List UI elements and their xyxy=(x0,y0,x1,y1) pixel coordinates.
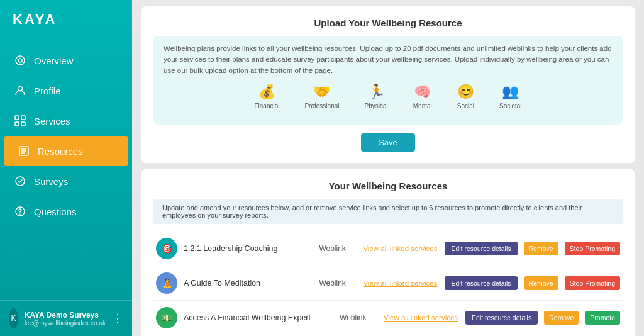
main-content: Upload Your Wellbeing Resource Wellbeing… xyxy=(132,0,644,336)
resource-icon-3: 💵 xyxy=(156,307,177,328)
resources-icon xyxy=(18,145,30,157)
svg-rect-3 xyxy=(15,116,19,120)
svg-rect-4 xyxy=(21,116,25,120)
category-mental[interactable]: 🧠 Mental xyxy=(413,84,432,109)
category-label-societal: Societal xyxy=(499,103,522,109)
save-btn-wrap: Save xyxy=(153,133,623,152)
resource-name-2: A Guide To Meditation xyxy=(184,279,313,288)
sidebar-item-label-surveys: Surveys xyxy=(34,176,68,187)
sidebar-item-label-resources: Resources xyxy=(38,146,83,157)
sidebar-item-label-questions: Questions xyxy=(34,206,77,217)
stop-promote-button-2[interactable]: Stop Promoting xyxy=(565,276,620,290)
physical-icon: 🏃 xyxy=(368,84,385,100)
category-label-professional: Professional xyxy=(304,103,339,109)
resources-card: Your Wellbeing Resources Update and amen… xyxy=(141,169,635,336)
upload-title: Upload Your Wellbeing Resource xyxy=(153,18,623,28)
resource-type-1: Weblink xyxy=(319,244,357,253)
promote-button-3[interactable]: Promote xyxy=(585,311,620,325)
category-financial[interactable]: 💰 Financial xyxy=(254,84,279,109)
table-row: 🧘 A Guide To Meditation Weblink View all… xyxy=(153,266,623,301)
upload-info-text: Wellbeing plans provide links to all you… xyxy=(164,43,613,76)
sidebar-footer: K KAYA Demo Surveys lee@mywellbeingindex… xyxy=(0,300,132,336)
upload-card: Upload Your Wellbeing Resource Wellbeing… xyxy=(141,6,635,163)
resource-name-1: 1:2:1 Leadership Coaching xyxy=(184,244,313,253)
table-row: 🎯 1:2:1 Leadership Coaching Weblink View… xyxy=(153,232,623,266)
footer-email: lee@mywellbeingindex.co.uk xyxy=(25,320,106,327)
sidebar-item-overview[interactable]: Overview xyxy=(0,45,132,76)
sidebar-item-questions[interactable]: Questions xyxy=(0,196,132,227)
resource-link-2[interactable]: View all linked services xyxy=(363,279,438,287)
stop-promote-button-1[interactable]: Stop Promoting xyxy=(565,242,620,255)
category-label-social: Social xyxy=(457,103,474,109)
logo-area: KAYA xyxy=(0,0,132,39)
footer-info: KAYA Demo Surveys lee@mywellbeingindex.c… xyxy=(25,311,106,327)
avatar: K xyxy=(9,308,18,328)
svg-point-1 xyxy=(18,59,22,62)
save-button[interactable]: Save xyxy=(361,133,415,152)
edit-resource-button-1[interactable]: Edit resource details xyxy=(445,242,517,255)
sidebar-item-services[interactable]: Services xyxy=(0,106,132,136)
nav-items: Overview Profile Services xyxy=(0,39,132,300)
category-physical[interactable]: 🏃 Physical xyxy=(364,84,387,109)
category-label-mental: Mental xyxy=(413,103,432,109)
category-icons: 💰 Financial 🤝 Professional 🏃 Physical 🧠 … xyxy=(164,84,613,109)
svg-rect-6 xyxy=(21,122,25,126)
svg-point-0 xyxy=(16,56,25,65)
footer-name: KAYA Demo Surveys xyxy=(25,311,106,320)
category-label-financial: Financial xyxy=(254,103,279,109)
professional-icon: 🤝 xyxy=(313,84,330,100)
financial-icon: 💰 xyxy=(258,84,275,100)
societal-icon: 👥 xyxy=(502,84,519,100)
sidebar-item-label-profile: Profile xyxy=(34,86,61,96)
resource-link-1[interactable]: View all linked services xyxy=(363,245,438,252)
questions-icon xyxy=(14,205,26,218)
more-options-icon[interactable]: ⋮ xyxy=(112,311,123,325)
mental-icon: 🧠 xyxy=(414,84,431,100)
logo: KAYA xyxy=(13,11,57,28)
surveys-icon xyxy=(14,175,26,188)
svg-rect-5 xyxy=(15,122,19,126)
sidebar-item-profile[interactable]: Profile xyxy=(0,76,132,106)
resource-type-3: Weblink xyxy=(340,313,377,322)
resource-name-3: Access A Financial Wellbeing Expert xyxy=(184,313,333,322)
sidebar: KAYA Overview Profile xyxy=(0,0,132,336)
sidebar-item-resources[interactable]: Resources xyxy=(4,136,128,166)
edit-resource-button-2[interactable]: Edit resource details xyxy=(445,276,517,290)
sidebar-item-surveys[interactable]: Surveys xyxy=(0,166,132,196)
resource-icon-1: 🎯 xyxy=(156,238,177,259)
resource-icon-2: 🧘 xyxy=(156,272,177,294)
svg-point-13 xyxy=(19,213,21,215)
table-row: 💵 Access A Financial Wellbeing Expert We… xyxy=(153,301,623,335)
remove-resource-button-2[interactable]: Remove xyxy=(524,276,558,290)
category-label-physical: Physical xyxy=(364,103,387,109)
remove-resource-button-3[interactable]: Remove xyxy=(544,311,579,325)
resources-info: Update and amend your resources below, a… xyxy=(153,199,623,224)
edit-resource-button-3[interactable]: Edit resource details xyxy=(465,311,538,325)
overview-icon xyxy=(14,54,26,67)
category-social[interactable]: 😊 Social xyxy=(457,84,474,109)
services-icon xyxy=(14,115,26,127)
remove-resource-button-1[interactable]: Remove xyxy=(524,242,558,255)
category-professional[interactable]: 🤝 Professional xyxy=(304,84,339,109)
upload-info-box: Wellbeing plans provide links to all you… xyxy=(153,36,623,125)
resource-type-2: Weblink xyxy=(319,279,357,288)
profile-icon xyxy=(14,84,26,97)
category-societal[interactable]: 👥 Societal xyxy=(499,84,522,109)
sidebar-item-label-overview: Overview xyxy=(34,55,74,66)
social-icon: 😊 xyxy=(457,84,474,100)
sidebar-item-label-services: Services xyxy=(34,116,70,126)
resources-title: Your Wellbeing Resources xyxy=(153,181,623,191)
resource-link-3[interactable]: View all linked services xyxy=(384,314,459,322)
